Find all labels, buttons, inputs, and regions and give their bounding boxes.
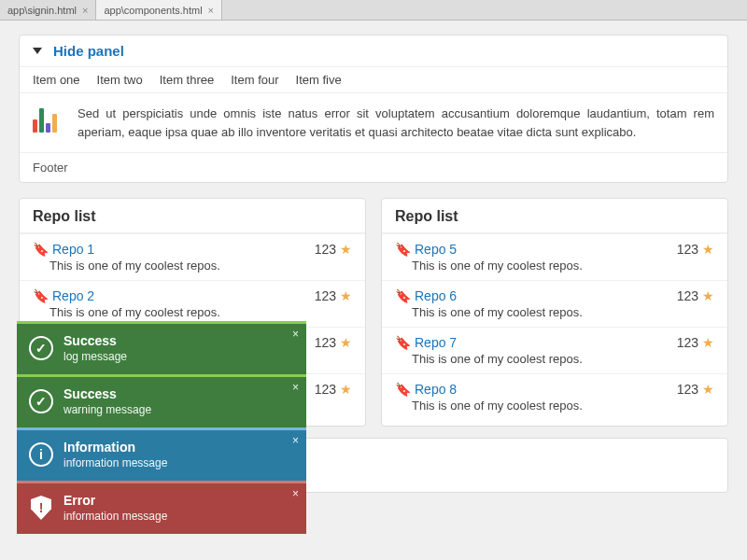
toast-success: × ✓ Success warning message (17, 374, 306, 427)
toast-message: information message (63, 456, 295, 469)
repo-item: 🔖 Repo 8 123 ★ This is one of my coolest… (382, 373, 727, 420)
toast-message: warning message (63, 403, 295, 416)
repo-link[interactable]: Repo 8 (415, 382, 457, 397)
repo-link[interactable]: Repo 6 (415, 288, 457, 303)
tab-label: app\components.html (104, 5, 202, 16)
collapsible-panel: Hide panel Item one Item two Item three … (19, 35, 728, 183)
toast-stack: × ✓ Success log message × ✓ Success warn… (17, 321, 306, 534)
menu-item[interactable]: Item two (97, 73, 143, 87)
menu-item[interactable]: Item one (33, 73, 80, 87)
bookmark-icon: 🔖 (395, 382, 411, 397)
repo-desc: This is one of my coolest repos. (49, 259, 352, 273)
star-icon: ★ (340, 382, 352, 397)
repo-desc: This is one of my coolest repos. (412, 259, 714, 273)
panel-footer: Footer (20, 152, 727, 182)
close-icon[interactable]: × (292, 487, 299, 500)
bookmark-icon: 🔖 (33, 288, 49, 303)
toast-title: Error (63, 493, 295, 508)
star-icon: ★ (702, 242, 714, 257)
repo-item: 🔖 Repo 1 123 ★ This is one of my coolest… (20, 233, 365, 280)
repo-desc: This is one of my coolest repos. (49, 305, 352, 319)
repo-list-header: Repo list (20, 199, 365, 233)
panel-body: Sed ut perspiciatis unde omnis iste natu… (20, 92, 727, 152)
menu-item[interactable]: Item five (296, 73, 342, 87)
toast-title: Success (63, 386, 295, 401)
repo-link[interactable]: Repo 1 (52, 242, 94, 257)
star-icon: ★ (702, 335, 714, 350)
repo-star-count: 123 (315, 288, 336, 303)
repo-star-count: 123 (677, 242, 698, 257)
bookmark-icon: 🔖 (33, 242, 49, 257)
caret-down-icon (33, 48, 42, 54)
tab-signin[interactable]: app\signin.html × (0, 0, 96, 20)
check-icon: ✓ (28, 335, 54, 361)
repo-star-count: 123 (677, 335, 698, 350)
panel-title: Hide panel (53, 43, 124, 59)
repo-desc: This is one of my coolest repos. (412, 399, 714, 413)
star-icon: ★ (702, 382, 714, 397)
star-icon: ★ (340, 242, 352, 257)
close-icon[interactable]: × (292, 434, 299, 447)
repo-list-header: Repo list (382, 199, 727, 233)
chart-bars-icon (33, 105, 66, 138)
toast-info: × i Information information message (17, 427, 306, 481)
star-icon: ★ (702, 288, 714, 303)
repo-list-right: Repo list 🔖 Repo 5 123 ★ This is one of … (381, 198, 728, 427)
close-icon[interactable]: × (292, 381, 299, 394)
toast-success: × ✓ Success log message (17, 321, 306, 374)
bookmark-icon: 🔖 (395, 242, 411, 257)
menu-item[interactable]: Item three (160, 73, 215, 87)
toast-message: information message (63, 510, 295, 523)
repo-link[interactable]: Repo 5 (415, 242, 457, 257)
repo-star-count: 123 (315, 242, 336, 257)
repo-link[interactable]: Repo 7 (415, 335, 457, 350)
bookmark-icon: 🔖 (395, 288, 411, 303)
repo-item: 🔖 Repo 6 123 ★ This is one of my coolest… (382, 280, 727, 327)
tab-label: app\signin.html (7, 5, 77, 16)
toast-title: Success (63, 333, 295, 348)
check-icon: ✓ (28, 388, 54, 414)
info-icon: i (28, 441, 54, 468)
panel-header[interactable]: Hide panel (20, 35, 727, 66)
shield-alert-icon: ! (28, 495, 54, 521)
close-icon[interactable]: × (208, 5, 214, 16)
toast-message: log message (63, 350, 295, 363)
tab-bar: app\signin.html × app\components.html × (0, 0, 747, 21)
repo-desc: This is one of my coolest repos. (412, 305, 714, 319)
close-icon[interactable]: × (82, 5, 88, 16)
repo-star-count: 123 (677, 288, 698, 303)
toast-title: Information (63, 440, 295, 455)
tab-components[interactable]: app\components.html × (96, 0, 222, 20)
repo-item: 🔖 Repo 5 123 ★ This is one of my coolest… (382, 233, 727, 280)
repo-star-count: 123 (315, 382, 336, 397)
star-icon: ★ (340, 288, 352, 303)
bookmark-icon: 🔖 (395, 335, 411, 350)
repo-star-count: 123 (677, 382, 698, 397)
repo-desc: This is one of my coolest repos. (412, 352, 714, 366)
panel-menu: Item one Item two Item three Item four I… (20, 66, 727, 92)
repo-link[interactable]: Repo 2 (52, 288, 94, 303)
repo-item: 🔖 Repo 2 123 ★ This is one of my coolest… (20, 280, 365, 327)
menu-item[interactable]: Item four (231, 73, 278, 87)
repo-item: 🔖 Repo 7 123 ★ This is one of my coolest… (382, 327, 727, 373)
toast-error: × ! Error information message (17, 481, 306, 534)
panel-body-text: Sed ut perspiciatis unde omnis iste natu… (78, 105, 714, 141)
repo-star-count: 123 (315, 335, 336, 350)
star-icon: ★ (340, 335, 352, 350)
close-icon[interactable]: × (292, 328, 299, 341)
